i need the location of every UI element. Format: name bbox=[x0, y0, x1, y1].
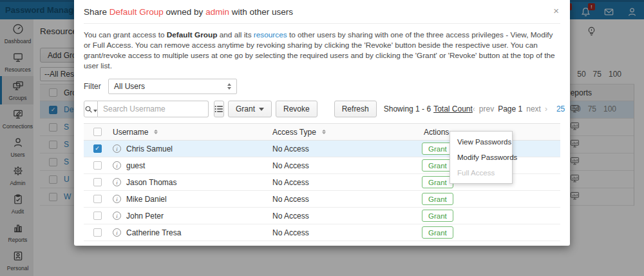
user-row-checkbox[interactable] bbox=[93, 212, 102, 220]
access-type-value: No Access bbox=[270, 228, 422, 237]
user-list-toolbar: Grant Revoke Refresh Showing 1 - 6Total … bbox=[84, 101, 560, 117]
grant-row-button[interactable]: Grant bbox=[422, 193, 453, 205]
total-count-link[interactable]: Total Count bbox=[433, 104, 473, 113]
user-row-john-peter: iJohn PeterNo AccessGrant bbox=[84, 208, 560, 224]
refresh-button[interactable]: Refresh bbox=[334, 101, 377, 117]
column-username: Username bbox=[113, 128, 148, 137]
revoke-button[interactable]: Revoke bbox=[276, 101, 317, 117]
username-text: Chris Samuel bbox=[126, 144, 173, 153]
grant-context-menu: View PasswordsModify PasswordsFull Acces… bbox=[450, 131, 513, 184]
page-size-50[interactable]: 50 bbox=[572, 104, 580, 113]
grant-row-button[interactable]: Grant bbox=[422, 210, 453, 222]
showing-count: Showing 1 - 6Total Count bbox=[384, 104, 473, 113]
user-filter-select[interactable]: All Users bbox=[108, 79, 237, 94]
username-text: guest bbox=[126, 161, 145, 170]
select-updown-icon bbox=[227, 83, 231, 90]
page-size-25[interactable]: 25 bbox=[556, 104, 565, 113]
info-icon[interactable]: i bbox=[113, 144, 121, 153]
username-text: John Peter bbox=[126, 212, 164, 221]
title-owner-name: admin bbox=[205, 7, 229, 17]
page-number: Page 1 bbox=[498, 104, 522, 113]
list-icon bbox=[214, 105, 223, 113]
grant-row-button[interactable]: Grant bbox=[422, 226, 453, 239]
access-type-value: No Access bbox=[270, 212, 422, 221]
user-row-mike-daniel: iMike DanielNo AccessGrant bbox=[84, 191, 560, 208]
grant-row-button[interactable]: Grant bbox=[422, 143, 453, 155]
access-type-value: No Access bbox=[270, 144, 422, 153]
title-text: owned by bbox=[164, 7, 205, 17]
user-row-checkbox[interactable] bbox=[93, 195, 102, 203]
user-row-catherine-tresa: iCatherine TresaNo AccessGrant bbox=[84, 224, 560, 241]
resources-link[interactable]: resources bbox=[254, 30, 287, 39]
next-page-link[interactable]: next bbox=[526, 104, 541, 113]
access-type-value: No Access bbox=[270, 161, 422, 170]
username-text: Jason Thomas bbox=[126, 178, 177, 187]
user-row-checkbox[interactable] bbox=[93, 178, 102, 186]
column-actions: Actions bbox=[424, 128, 449, 137]
grant-dropdown-button[interactable]: Grant bbox=[228, 101, 272, 117]
next-chevron-icon: › bbox=[545, 104, 547, 113]
title-text: with other users bbox=[229, 7, 293, 17]
info-icon[interactable]: i bbox=[113, 178, 121, 186]
search-caret-icon bbox=[93, 110, 97, 112]
access-type-value: No Access bbox=[270, 195, 422, 204]
username-text: Mike Daniel bbox=[126, 195, 167, 204]
filter-row: Filter All Users bbox=[84, 79, 560, 94]
page-size-options: 255075100 bbox=[556, 104, 616, 113]
column-access-type: Access Type bbox=[272, 128, 316, 137]
search-icon bbox=[84, 105, 93, 113]
pagination: ‹ prev Page 1 next › 255075100 bbox=[473, 104, 616, 113]
page-size-100[interactable]: 100 bbox=[603, 104, 616, 113]
title-group-name: Default Group bbox=[109, 7, 164, 17]
chevron-down-icon bbox=[259, 108, 264, 111]
close-icon[interactable]: × bbox=[553, 0, 559, 22]
list-view-button[interactable] bbox=[214, 101, 224, 117]
info-icon[interactable]: i bbox=[113, 228, 121, 237]
info-icon[interactable]: i bbox=[113, 195, 121, 203]
search-input[interactable] bbox=[98, 101, 209, 117]
info-icon[interactable]: i bbox=[113, 212, 121, 220]
title-text: Share bbox=[84, 7, 109, 17]
share-group-dialog: Share Default Group owned by admin with … bbox=[74, 0, 570, 246]
dialog-header: Share Default Group owned by admin with … bbox=[84, 0, 560, 24]
access-type-value: No Access bbox=[270, 178, 422, 187]
info-icon[interactable]: i bbox=[113, 161, 121, 170]
menu-item-modify-passwords[interactable]: Modify Passwords bbox=[450, 150, 512, 165]
sort-access-type-icon[interactable] bbox=[322, 130, 326, 134]
grant-row-button[interactable]: Grant bbox=[422, 159, 453, 172]
user-row-checkbox[interactable] bbox=[93, 161, 102, 170]
menu-item-full-access: Full Access bbox=[450, 165, 512, 181]
menu-item-view-passwords[interactable]: View Passwords bbox=[450, 134, 512, 150]
sort-username-icon[interactable] bbox=[154, 130, 158, 134]
user-row-checkbox[interactable]: ✓ bbox=[93, 144, 102, 153]
username-text: Catherine Tresa bbox=[126, 228, 181, 237]
filter-label: Filter bbox=[84, 82, 108, 91]
prev-page-link[interactable]: prev bbox=[479, 104, 494, 113]
user-row-checkbox[interactable] bbox=[93, 228, 102, 237]
page-size-75[interactable]: 75 bbox=[588, 104, 596, 113]
prev-chevron-icon: ‹ bbox=[473, 104, 475, 113]
grant-row-button[interactable]: Grant bbox=[422, 176, 453, 188]
search-options-button[interactable] bbox=[84, 101, 98, 117]
filter-selected-value: All Users bbox=[114, 82, 145, 91]
select-all-checkbox[interactable] bbox=[93, 128, 102, 136]
dialog-title: Share Default Group owned by admin with … bbox=[84, 0, 560, 24]
dialog-description: You can grant access to Default Group an… bbox=[84, 30, 560, 71]
